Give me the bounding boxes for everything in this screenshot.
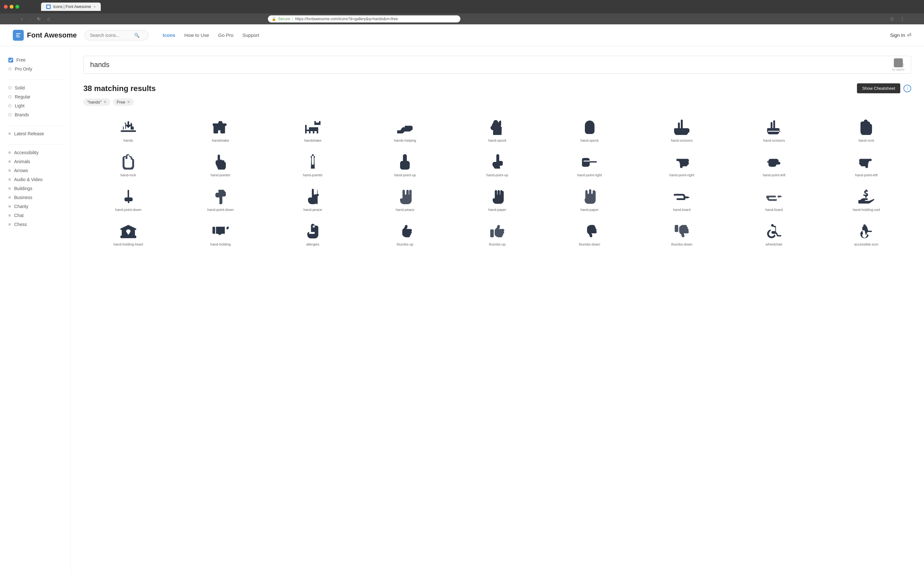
sidebar-item-pro-only[interactable]: Pro Only	[6, 65, 64, 73]
sidebar-item-charity[interactable]: Charity	[6, 202, 64, 211]
header-search[interactable]: 🔍	[84, 30, 149, 40]
solid-radio[interactable]	[8, 86, 11, 89]
nav-how-to-use[interactable]: How to Use	[184, 32, 209, 38]
icon-cell-thumbs-down-2[interactable]: thumbs-down	[637, 218, 727, 250]
minimize-button[interactable]	[10, 5, 13, 9]
nav-icons[interactable]: Icons	[163, 32, 175, 38]
icon-cell-hand-lizard-2[interactable]: hand-lizard	[729, 183, 819, 215]
icon-cell-hand-rock-1[interactable]: hand-rock	[821, 113, 911, 145]
icon-cell-hand-point-right-1[interactable]: hand-point-right	[545, 148, 635, 180]
sidebar-item-solid[interactable]: Solid	[6, 84, 64, 92]
sidebar-item-buildings[interactable]: Buildings	[6, 184, 64, 193]
reload-button[interactable]: ↻	[35, 16, 43, 22]
brands-radio[interactable]	[8, 113, 11, 116]
icon-cell-hand-holding-usd[interactable]: hand-holding-usd	[821, 183, 911, 215]
main-search-box[interactable]: ⊗ by algolia	[83, 56, 911, 74]
icon-cell-hand-pointer-1[interactable]: hand-pointer	[176, 148, 266, 180]
info-button[interactable]: i	[903, 85, 911, 92]
signin-button[interactable]: Sign In ⏎	[890, 32, 911, 38]
sidebar-item-chat[interactable]: Chat	[6, 211, 64, 219]
back-button[interactable]: ‹	[19, 16, 25, 22]
icon-cell-wheelchair[interactable]: wheelchair	[729, 218, 819, 250]
icon-cell-hand-point-right-2[interactable]: hand-point-right	[637, 148, 727, 180]
icon-cell-hand-scissors-2[interactable]: hand-scissors	[729, 113, 819, 145]
icon-cell-handshake-1[interactable]: handshake	[176, 113, 266, 145]
pro-only-radio[interactable]	[8, 67, 11, 71]
icon-cell-hand-point-up-1[interactable]: hand-point-up	[360, 148, 450, 180]
icon-cell-hand-spock-1[interactable]: hand-spock	[452, 113, 542, 145]
sidebar-item-free[interactable]: Free	[6, 56, 64, 64]
sidebar-item-accessibility[interactable]: Accessibility	[6, 148, 64, 157]
icon-cell-hand-point-left-1[interactable]: hand-point-left	[729, 148, 819, 180]
icon-cell-hand-point-up-2[interactable]: hand-point-up	[452, 148, 542, 180]
icon-glyph-thumbs-down-2	[675, 222, 689, 240]
icon-cell-hand-holding[interactable]: hand-holding	[176, 218, 266, 250]
sidebar-label-accessibility: Accessibility	[14, 150, 39, 155]
icon-glyph-hand-point-right-1	[582, 153, 598, 171]
icon-cell-hand-pointer-2[interactable]: hand-pointer	[268, 148, 358, 180]
icon-cell-allergies[interactable]: allergies	[268, 218, 358, 250]
icon-glyph-hand-scissors-2	[767, 119, 781, 136]
icon-glyph-hand-holding-heart	[120, 222, 137, 240]
maximize-button[interactable]	[15, 5, 19, 9]
title-bar: Icons | Font Awesome ×	[0, 0, 924, 13]
icon-name-wheelchair: wheelchair	[766, 242, 782, 246]
icon-glyph-hand-lizard-1	[674, 188, 690, 205]
sidebar-item-chess[interactable]: Chess	[6, 220, 64, 229]
filter-tag-hands-remove[interactable]: ✕	[103, 100, 107, 104]
main-search-input[interactable]	[90, 61, 900, 69]
browser-chrome: Icons | Font Awesome × ‹ › ↻ ⌂ 🔒 Secure …	[0, 0, 924, 24]
sidebar-item-brands[interactable]: Brands	[6, 111, 64, 119]
filter-tag-free-remove[interactable]: ✕	[127, 100, 130, 104]
icon-cell-handshake-2[interactable]: handshake	[268, 113, 358, 145]
icon-cell-hand-scissors-1[interactable]: hand-scissors	[637, 113, 727, 145]
bookmark-button[interactable]: ☆	[889, 15, 895, 23]
icon-glyph-handshake-2	[305, 119, 320, 136]
icon-cell-hand-point-down-2[interactable]: hand-point-down	[176, 183, 266, 215]
nav-support[interactable]: Support	[242, 32, 260, 38]
browser-tab[interactable]: Icons | Font Awesome ×	[41, 3, 101, 11]
header-search-input[interactable]	[90, 33, 132, 38]
icon-cell-hand-lizard-1[interactable]: hand-lizard	[637, 183, 727, 215]
filter-tag-hands[interactable]: "hands" ✕	[83, 98, 110, 106]
sidebar-item-animals[interactable]: Animals	[6, 157, 64, 166]
icon-cell-thumbs-down-1[interactable]: thumbs-down	[545, 218, 635, 250]
icon-cell-thumbs-up-2[interactable]: thumbs-up	[452, 218, 542, 250]
icon-cell-hand-holding-heart[interactable]: hand-holding-heart	[83, 218, 173, 250]
nav-go-pro[interactable]: Go Pro	[218, 32, 234, 38]
filter-tag-free[interactable]: Free ✕	[113, 98, 134, 106]
icon-cell-hand-peace-2[interactable]: hand-peace	[360, 183, 450, 215]
regular-radio[interactable]	[8, 95, 11, 98]
tab-close-button[interactable]: ×	[94, 5, 95, 9]
sidebar-item-audio-video[interactable]: Audio & Video	[6, 175, 64, 184]
icon-cell-hand-point-down-1[interactable]: hand-point-down	[83, 183, 173, 215]
sidebar-item-arrows[interactable]: Arrows	[6, 166, 64, 175]
icon-cell-hand-rock-2[interactable]: hand-rock	[83, 148, 173, 180]
sidebar-item-regular[interactable]: Regular	[6, 93, 64, 101]
logo[interactable]: Font Awesome	[13, 30, 77, 41]
icon-cell-hand-peace-1[interactable]: hand-peace	[268, 183, 358, 215]
icon-glyph-hand-point-down-2	[215, 188, 226, 205]
icon-cell-hand-paper-1[interactable]: hand-paper	[452, 183, 542, 215]
sidebar-item-business[interactable]: Business	[6, 193, 64, 201]
forward-button[interactable]: ›	[27, 16, 33, 22]
sidebar-label-latest-release: Latest Release	[14, 131, 44, 136]
icon-cell-hands[interactable]: hands	[83, 113, 173, 145]
home-button[interactable]: ⌂	[45, 16, 52, 22]
icon-cell-thumbs-up-1[interactable]: thumbs-up	[360, 218, 450, 250]
secure-badge: 🔒	[272, 17, 276, 21]
light-radio[interactable]	[8, 104, 11, 107]
sidebar: Free Pro Only Solid Regular Light	[0, 46, 71, 575]
icon-cell-hand-paper-2[interactable]: hand-paper	[545, 183, 635, 215]
icon-cell-hands-helping[interactable]: hands-helping	[360, 113, 450, 145]
icon-cell-accessible-icon[interactable]: accessible-icon	[821, 218, 911, 250]
close-button[interactable]	[4, 5, 8, 9]
url-bar[interactable]: 🔒 Secure | https://fontawesome.com/icons…	[268, 15, 460, 23]
sidebar-item-latest-release[interactable]: Latest Release	[6, 129, 64, 138]
free-checkbox[interactable]	[8, 58, 13, 63]
show-cheatsheet-button[interactable]: Show Cheatsheet	[857, 83, 900, 93]
menu-button[interactable]: ⋮	[900, 16, 905, 22]
icon-cell-hand-spock-2[interactable]: hand-spock	[545, 113, 635, 145]
icon-cell-hand-point-left-2[interactable]: hand-point-left	[821, 148, 911, 180]
sidebar-item-light[interactable]: Light	[6, 102, 64, 110]
